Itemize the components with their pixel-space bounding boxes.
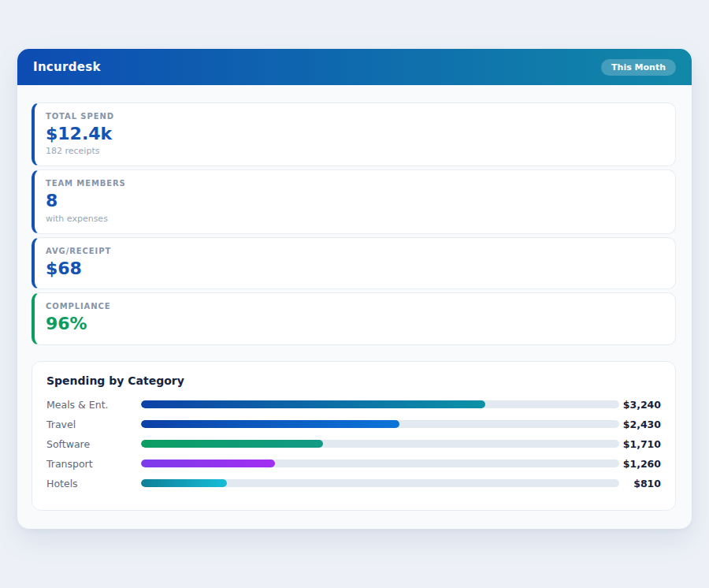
category-label: Transport <box>46 458 141 470</box>
spending-chart-card: Spending by Category Meals & Ent.$3,240T… <box>32 361 676 511</box>
stat-label: TOTAL SPEND <box>46 112 663 121</box>
stat-sub: with expenses <box>46 214 663 224</box>
panel-body: TOTAL SPEND$12.4k182 receiptsTEAM MEMBER… <box>17 85 692 529</box>
stat-label: TEAM MEMBERS <box>46 179 663 188</box>
app-title: Incurdesk <box>33 60 101 74</box>
stat-card-compliance: COMPLIANCE96% <box>32 292 676 344</box>
stat-label: AVG/RECEIPT <box>46 247 663 255</box>
stat-card-team-members: TEAM MEMBERS8with expenses <box>32 169 676 233</box>
category-label: Hotels <box>46 478 141 489</box>
stat-value: $12.4k <box>46 124 663 144</box>
dashboard-panel: Incurdesk This Month TOTAL SPEND$12.4k18… <box>17 49 692 529</box>
category-value: $2,430 <box>619 419 661 430</box>
stat-card-total-spend: TOTAL SPEND$12.4k182 receipts <box>32 102 676 166</box>
stat-value: 8 <box>46 191 663 211</box>
bar-track <box>141 440 619 448</box>
category-value: $1,260 <box>619 458 661 470</box>
bar-track <box>141 479 619 487</box>
bar-track <box>141 420 619 428</box>
chart-row: Hotels$810 <box>46 474 661 493</box>
period-badge[interactable]: This Month <box>601 59 676 76</box>
app-header: Incurdesk This Month <box>17 49 692 85</box>
chart-rows: Meals & Ent.$3,240Travel$2,430Software$1… <box>46 395 661 493</box>
category-label: Software <box>46 438 141 450</box>
category-value: $810 <box>619 478 661 489</box>
bar-fill <box>141 440 323 448</box>
stats-list: TOTAL SPEND$12.4k182 receiptsTEAM MEMBER… <box>32 102 676 345</box>
bar-track <box>141 400 619 408</box>
bar-fill <box>141 460 275 467</box>
chart-row: Meals & Ent.$3,240 <box>46 395 661 415</box>
bar-track <box>141 460 619 467</box>
category-label: Meals & Ent. <box>46 399 141 411</box>
chart-row: Software$1,710 <box>46 434 661 454</box>
category-value: $3,240 <box>619 399 661 411</box>
stat-label: COMPLIANCE <box>46 302 663 311</box>
stat-value: 96% <box>46 314 663 334</box>
bar-fill <box>141 400 485 408</box>
bar-fill <box>141 479 227 487</box>
category-value: $1,710 <box>619 438 661 450</box>
category-label: Travel <box>46 419 141 430</box>
chart-row: Travel$2,430 <box>46 415 661 434</box>
stat-value: $68 <box>46 259 663 279</box>
stat-card-avg-receipt: AVG/RECEIPT$68 <box>32 237 676 289</box>
chart-row: Transport$1,260 <box>46 454 661 474</box>
chart-title: Spending by Category <box>46 374 661 387</box>
stat-sub: 182 receipts <box>46 146 663 156</box>
bar-fill <box>141 420 399 428</box>
